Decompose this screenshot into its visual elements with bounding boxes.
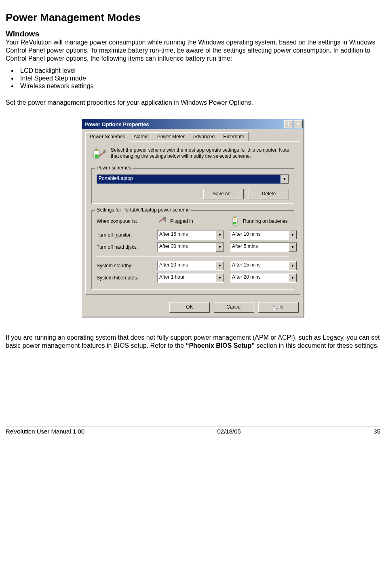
- set-paragraph: Set the power management properties for …: [6, 99, 380, 107]
- chevron-down-icon: ▼: [216, 261, 224, 270]
- scheme-dropdown[interactable]: Portable/Laptop ▼: [97, 174, 289, 184]
- section-heading-windows: Windows: [6, 30, 380, 38]
- battery-icon: [230, 216, 240, 226]
- harddisk-battery-dropdown[interactable]: After 5 mins ▼: [230, 242, 297, 252]
- chevron-down-icon: ▼: [281, 175, 289, 184]
- standby-battery-dropdown[interactable]: After 15 mins ▼: [230, 261, 297, 271]
- footer-center: 02/18/05: [217, 428, 241, 435]
- harddisk-plugged-dropdown[interactable]: After 30 mins ▼: [157, 242, 224, 252]
- bullet-list: LCD backlight level Intel Speed Step mod…: [6, 67, 380, 90]
- help-button[interactable]: ?: [284, 120, 293, 128]
- dialog-title: Power Options Properties: [84, 121, 149, 127]
- system-hibernate-label: System hibernates:: [97, 275, 157, 281]
- svg-rect-1: [95, 149, 98, 150]
- monitor-plugged-dropdown[interactable]: After 15 mins ▼: [157, 230, 224, 240]
- svg-rect-9: [233, 222, 236, 224]
- page-title: Power Management Modes: [6, 11, 380, 24]
- power-schemes-group: Power schemes Portable/Laptop ▼ Save As.…: [91, 168, 294, 204]
- apply-button[interactable]: Apply: [258, 302, 299, 313]
- svg-rect-6: [165, 220, 166, 222]
- list-item: LCD backlight level: [18, 67, 380, 74]
- delete-button[interactable]: Delete: [249, 189, 289, 199]
- svg-rect-5: [164, 220, 165, 222]
- tab-advanced[interactable]: Advanced: [189, 132, 219, 141]
- tab-power-schemes[interactable]: Power Schemes: [85, 132, 129, 142]
- turn-off-monitor-label: Turn off monitor:: [97, 232, 157, 238]
- info-text: Select the power scheme with the most ap…: [111, 147, 294, 162]
- tab-strip: Power Schemes Alarms Power Meter Advance…: [82, 129, 304, 141]
- plugged-in-label: Plugged in: [170, 218, 193, 224]
- chevron-down-icon: ▼: [289, 273, 297, 282]
- chevron-down-icon: ▼: [289, 261, 297, 270]
- plug-icon: [157, 216, 167, 226]
- chevron-down-icon: ▼: [289, 231, 297, 239]
- cancel-button[interactable]: Cancel: [214, 302, 254, 313]
- hibernate-plugged-dropdown[interactable]: After 1 hour ▼: [157, 273, 224, 283]
- power-options-dialog: Power Options Properties ? ✕ Power Schem…: [82, 119, 304, 317]
- chevron-down-icon: ▼: [216, 231, 224, 239]
- monitor-battery-dropdown[interactable]: After 10 mins ▼: [230, 230, 297, 240]
- svg-rect-8: [234, 217, 236, 218]
- ok-button[interactable]: OK: [169, 302, 210, 313]
- standby-plugged-dropdown[interactable]: After 20 mins ▼: [157, 261, 224, 271]
- tab-power-meter[interactable]: Power Meter: [153, 132, 189, 141]
- footer-right: 35: [373, 428, 380, 435]
- system-standby-label: System standby:: [97, 263, 157, 269]
- svg-rect-4: [163, 217, 166, 220]
- hibernate-battery-dropdown[interactable]: After 20 mins ▼: [230, 273, 297, 283]
- group-legend-settings: Settings for Portable/Laptop power schem…: [95, 207, 191, 213]
- svg-rect-10: [234, 219, 236, 220]
- svg-rect-2: [95, 154, 99, 158]
- when-computer-label: When computer is:: [97, 218, 157, 224]
- settings-group: Settings for Portable/Laptop power schem…: [91, 210, 294, 290]
- chevron-down-icon: ▼: [289, 243, 297, 252]
- scheme-dropdown-value: Portable/Laptop: [97, 175, 281, 184]
- battery-plug-icon: [91, 147, 106, 162]
- save-as-button[interactable]: Save As...: [203, 189, 244, 199]
- tab-alarms[interactable]: Alarms: [129, 132, 153, 141]
- footer-left: ReVolution User Manual 1.00: [6, 428, 84, 435]
- page-footer: ReVolution User Manual 1.00 02/18/05 35: [6, 427, 380, 435]
- svg-rect-3: [103, 150, 105, 153]
- group-legend-power-schemes: Power schemes: [95, 165, 133, 171]
- chevron-down-icon: ▼: [216, 243, 224, 252]
- chevron-down-icon: ▼: [216, 273, 224, 282]
- running-on-batteries-label: Running on batteries: [243, 218, 288, 224]
- turn-off-harddisk-label: Turn off hard disks:: [97, 244, 157, 250]
- list-item: Wireless network settings: [18, 82, 380, 90]
- after-paragraph: If you are running an operating system t…: [6, 334, 380, 350]
- tab-hibernate[interactable]: Hibernate: [219, 132, 249, 141]
- intro-paragraph: Your ReVolution will manage power consum…: [6, 38, 380, 62]
- list-item: Intel Speed Step mode: [18, 75, 380, 82]
- close-button[interactable]: ✕: [294, 120, 303, 128]
